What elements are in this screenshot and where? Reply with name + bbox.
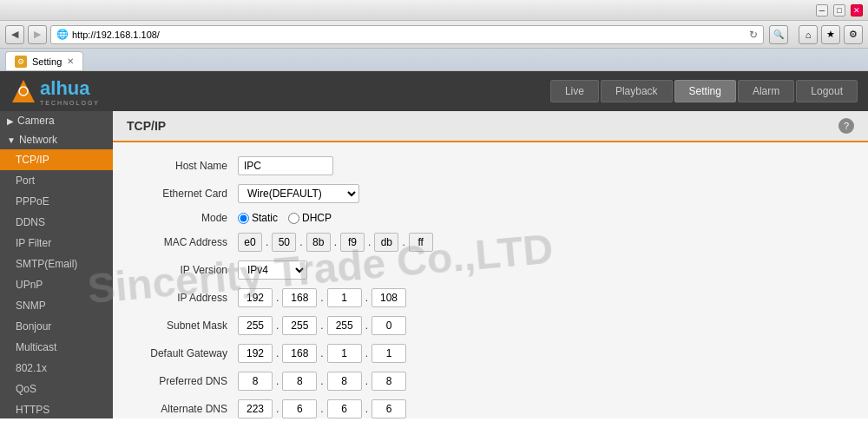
mode-row: Mode Static DHCP <box>134 212 847 224</box>
nav-live[interactable]: Live <box>550 80 599 102</box>
mac-0 <box>238 233 262 252</box>
logo-text: alhua <box>40 77 100 100</box>
mac-address-label: MAC Address <box>134 236 238 248</box>
active-tab[interactable]: ⚙ Setting ✕ <box>5 51 83 70</box>
tools-button[interactable]: ⚙ <box>844 25 863 44</box>
help-button[interactable]: ? <box>838 118 854 134</box>
mode-dhcp-radio[interactable] <box>288 213 299 224</box>
logo-area: alhua TECHNOLOGY <box>10 77 100 106</box>
mask-1[interactable] <box>282 316 317 335</box>
sidebar-section-camera[interactable]: ▶ Camera <box>0 111 113 130</box>
close-btn[interactable]: ✕ <box>851 4 863 16</box>
mac-address-control: . . . . . <box>238 233 433 252</box>
search-button[interactable]: 🔍 <box>769 25 788 44</box>
content-title: TCP/IP <box>127 119 166 133</box>
default-gateway-row: Default Gateway . . . <box>134 344 847 363</box>
sidebar-item-tcpip[interactable]: TCP/IP <box>0 149 113 170</box>
ip-1[interactable] <box>282 288 317 307</box>
adns-3[interactable] <box>372 399 406 418</box>
nav-alarm[interactable]: Alarm <box>738 80 794 102</box>
camera-arrow: ▶ <box>7 116 14 126</box>
mask-3[interactable] <box>372 316 406 335</box>
ip-version-select[interactable]: IPv4 <box>238 260 307 280</box>
mac-2 <box>306 233 331 252</box>
subnet-mask-label: Subnet Mask <box>134 320 238 332</box>
tab-close-btn[interactable]: ✕ <box>67 56 74 66</box>
sidebar-item-port[interactable]: Port <box>0 170 113 191</box>
sidebar-item-smtp[interactable]: SMTP(Email) <box>0 254 113 274</box>
ethernet-card-row: Ethernet Card Wire(DEFAULT) <box>134 184 847 203</box>
brand-logo: alhua TECHNOLOGY <box>40 77 100 106</box>
tab-title: Setting <box>32 56 62 67</box>
main-content: TCP/IP ? Host Name Ethernet Card Wire( <box>113 111 868 418</box>
sidebar-item-upnp[interactable]: UPnP <box>0 274 113 295</box>
host-name-input[interactable] <box>238 156 333 175</box>
ip-2[interactable] <box>327 288 362 307</box>
pdns-3[interactable] <box>372 372 406 391</box>
sidebar-item-ddns[interactable]: DDNS <box>0 212 113 233</box>
gw-0[interactable] <box>238 344 273 363</box>
nav-setting[interactable]: Setting <box>674 80 736 102</box>
mode-static-label: Static <box>252 212 278 224</box>
app-body: ▶ Camera ▼ Network TCP/IP Port PPPoE DDN… <box>0 111 868 418</box>
network-arrow: ▼ <box>7 135 16 145</box>
minimize-btn[interactable]: ─ <box>816 4 828 16</box>
sidebar-item-bonjour[interactable]: Bonjour <box>0 316 113 337</box>
mask-0[interactable] <box>238 316 273 335</box>
mac-4 <box>374 233 398 252</box>
address-input[interactable] <box>72 30 749 40</box>
sidebar-item-pppoe[interactable]: PPPoE <box>0 191 113 212</box>
sidebar-network-label: Network <box>19 134 57 146</box>
host-name-label: Host Name <box>134 160 238 172</box>
nav-playback[interactable]: Playback <box>601 80 673 102</box>
maximize-btn[interactable]: □ <box>833 4 845 16</box>
pdns-1[interactable] <box>282 372 317 391</box>
sidebar-item-qos[interactable]: QoS <box>0 379 113 399</box>
sidebar-section-network[interactable]: ▼ Network <box>0 130 113 149</box>
host-name-control <box>238 156 333 175</box>
sidebar: ▶ Camera ▼ Network TCP/IP Port PPPoE DDN… <box>0 111 113 418</box>
ip-version-row: IP Version IPv4 <box>134 260 847 280</box>
pdns-2[interactable] <box>327 372 362 391</box>
adns-2[interactable] <box>327 399 362 418</box>
sidebar-item-multicast[interactable]: Multicast <box>0 337 113 358</box>
ip-version-control: IPv4 <box>238 260 307 280</box>
preferred-dns-label: Preferred DNS <box>134 375 238 387</box>
alternate-dns-label: Alternate DNS <box>134 403 238 415</box>
nav-logout[interactable]: Logout <box>796 80 858 102</box>
app-header: alhua TECHNOLOGY Live Playback Setting A… <box>0 71 868 111</box>
address-bar[interactable]: 🌐 ↻ <box>50 25 764 44</box>
adns-0[interactable] <box>238 399 273 418</box>
sidebar-item-snmp[interactable]: SNMP <box>0 295 113 316</box>
gw-3[interactable] <box>372 344 406 363</box>
mask-2[interactable] <box>327 316 362 335</box>
adns-1[interactable] <box>282 399 317 418</box>
mode-static-option: Static <box>238 212 278 224</box>
default-gateway-control: . . . <box>238 344 406 363</box>
ip-address-row: IP Address . . . <box>134 288 847 307</box>
preferred-dns-control: . . . <box>238 372 406 391</box>
mac-5 <box>409 233 433 252</box>
ip-version-label: IP Version <box>134 264 238 276</box>
sidebar-item-8021x[interactable]: 802.1x <box>0 358 113 379</box>
forward-button[interactable]: ▶ <box>28 25 47 44</box>
logo-subtext: TECHNOLOGY <box>40 100 100 106</box>
ip-0[interactable] <box>238 288 273 307</box>
pdns-0[interactable] <box>238 372 273 391</box>
gw-2[interactable] <box>327 344 362 363</box>
mode-static-radio[interactable] <box>238 213 249 224</box>
back-button[interactable]: ◀ <box>5 25 24 44</box>
sidebar-item-ipfilter[interactable]: IP Filter <box>0 233 113 254</box>
mode-dhcp-label: DHCP <box>302 212 332 224</box>
home-button[interactable]: ⌂ <box>799 25 818 44</box>
mac-3 <box>340 233 365 252</box>
ip-3[interactable] <box>372 288 406 307</box>
alternate-dns-control: . . . <box>238 399 406 418</box>
default-gateway-label: Default Gateway <box>134 347 238 359</box>
mac-1 <box>272 233 296 252</box>
ethernet-card-select[interactable]: Wire(DEFAULT) <box>238 184 359 203</box>
gw-1[interactable] <box>282 344 317 363</box>
subnet-mask-row: Subnet Mask . . . <box>134 316 847 335</box>
sidebar-item-https[interactable]: HTTPS <box>0 399 113 418</box>
star-button[interactable]: ★ <box>821 25 840 44</box>
